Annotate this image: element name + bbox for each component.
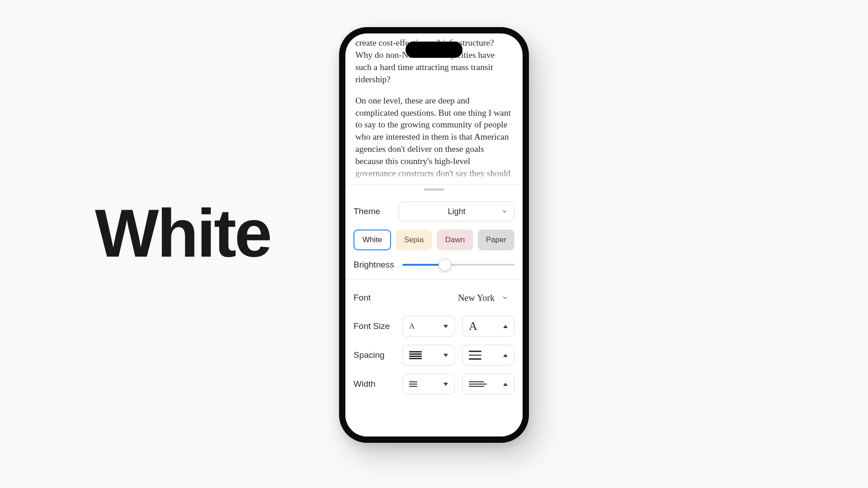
triangle-up-icon xyxy=(503,354,508,357)
triangle-down-icon xyxy=(443,354,448,357)
spacing-tight-icon xyxy=(409,351,422,359)
spacing-decrease-button[interactable] xyxy=(402,345,455,366)
font-size-decrease-button[interactable]: A xyxy=(402,316,455,337)
theme-label: Theme xyxy=(354,206,399,216)
triangle-up-icon xyxy=(503,325,508,328)
page-title: White xyxy=(95,194,270,272)
theme-dropdown[interactable]: Light xyxy=(399,202,514,221)
font-dropdown[interactable]: New York xyxy=(399,288,514,308)
brightness-slider[interactable] xyxy=(402,258,514,271)
triangle-down-icon xyxy=(443,383,448,386)
font-value: New York xyxy=(458,293,495,303)
sheet-grabber[interactable] xyxy=(424,188,444,191)
font-small-icon: A xyxy=(409,322,415,331)
font-large-icon: A xyxy=(469,319,477,333)
theme-white-button[interactable]: White xyxy=(354,230,391,250)
theme-sepia-button[interactable]: Sepia xyxy=(396,230,432,250)
chevron-down-icon xyxy=(501,208,508,215)
width-increase-button[interactable] xyxy=(462,374,514,394)
font-label: Font xyxy=(354,293,399,303)
triangle-up-icon xyxy=(503,383,508,386)
phone-screen: create cost-effective rail infrastructur… xyxy=(345,33,523,436)
theme-paper-button[interactable]: Paper xyxy=(478,230,514,250)
width-decrease-button[interactable] xyxy=(402,374,455,394)
font-size-label: Font Size xyxy=(354,321,399,331)
spacing-label: Spacing xyxy=(354,350,399,360)
phone-frame: create cost-effective rail infrastructur… xyxy=(339,27,529,443)
spacing-increase-button[interactable] xyxy=(462,345,514,366)
spacing-loose-icon xyxy=(469,351,481,360)
article-paragraph: On one level, these are deep and complic… xyxy=(355,95,513,184)
settings-sheet: Theme Light White Sepia Dawn Paper Br xyxy=(345,184,523,436)
slider-thumb[interactable] xyxy=(439,258,451,271)
width-wide-icon xyxy=(469,381,487,387)
theme-swatches: White Sepia Dawn Paper xyxy=(354,230,514,250)
brightness-label: Brightness xyxy=(354,260,399,270)
font-size-increase-button[interactable]: A xyxy=(462,316,514,337)
triangle-down-icon xyxy=(443,325,448,328)
section-divider xyxy=(345,279,523,280)
width-narrow-icon xyxy=(409,381,417,387)
dynamic-island xyxy=(406,42,462,58)
chevron-down-icon xyxy=(502,295,508,301)
theme-dawn-button[interactable]: Dawn xyxy=(437,230,473,250)
width-label: Width xyxy=(354,379,399,389)
theme-value: Light xyxy=(448,207,465,216)
